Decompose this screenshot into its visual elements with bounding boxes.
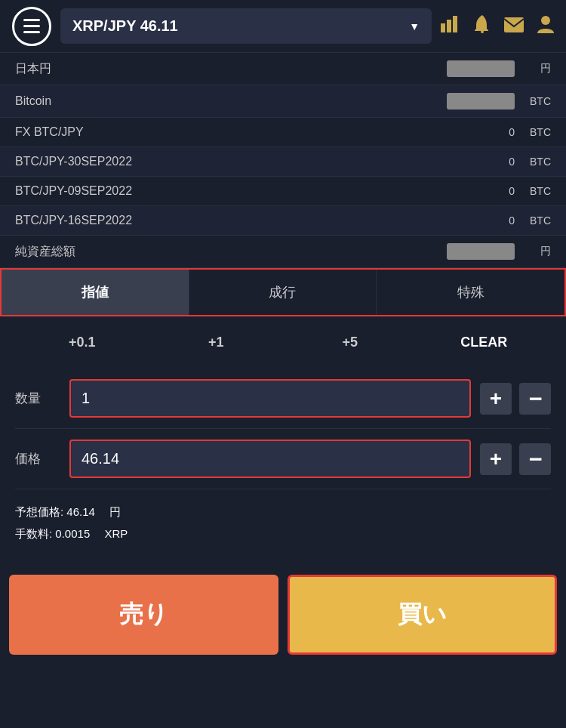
order-form: 数量 + － 価格 + － bbox=[0, 369, 566, 489]
balance-value-btc09sep: 0 BTC bbox=[484, 185, 551, 197]
price-minus-button[interactable]: － bbox=[519, 443, 551, 475]
user-icon[interactable] bbox=[537, 15, 554, 38]
pair-label: XRP/JPY 46.11 bbox=[72, 17, 178, 35]
quantity-input-wrapper bbox=[69, 379, 471, 418]
svg-rect-4 bbox=[504, 17, 524, 32]
balance-label-btc30sep: BTC/JPY-30SEP2022 bbox=[15, 155, 132, 168]
tab-limit[interactable]: 指値 bbox=[2, 270, 189, 315]
header-icons bbox=[441, 15, 554, 38]
balance-value-btc16sep: 0 BTC bbox=[484, 214, 551, 227]
balance-row-jpy: 日本円 円 bbox=[0, 53, 566, 85]
quantity-plus-button[interactable]: + bbox=[480, 383, 512, 415]
fee-unit: XRP bbox=[104, 527, 128, 540]
increment-row: +0.1 +1 +5 CLEAR bbox=[0, 316, 566, 369]
chevron-down-icon: ▼ bbox=[409, 20, 420, 32]
order-tabs: 指値 成行 特殊 bbox=[0, 268, 566, 316]
balance-row-btc: Bitcoin BTC bbox=[0, 85, 566, 118]
balance-row-net: 純資産総額 円 bbox=[0, 236, 566, 268]
clear-button[interactable]: CLEAR bbox=[417, 329, 552, 356]
balance-row-btc30sep: BTC/JPY-30SEP2022 0 BTC bbox=[0, 147, 566, 177]
quantity-minus-button[interactable]: － bbox=[519, 383, 551, 415]
balance-label-net: 純資産総額 bbox=[15, 244, 75, 260]
balance-value-net: 円 bbox=[447, 243, 551, 260]
balance-label-btc: Bitcoin bbox=[15, 94, 51, 108]
buy-button[interactable]: 買い bbox=[288, 575, 557, 655]
svg-rect-1 bbox=[447, 20, 451, 32]
increment-btn-1[interactable]: +1 bbox=[149, 329, 284, 356]
chart-icon[interactable] bbox=[441, 16, 460, 37]
balance-amount-fxbtc: 0 bbox=[484, 126, 515, 138]
balance-amount-net bbox=[447, 243, 515, 260]
mail-icon[interactable] bbox=[504, 16, 524, 37]
price-controls: + － bbox=[480, 443, 551, 475]
estimated-price-info: 予想価格: 46.14 円 bbox=[15, 501, 551, 523]
balance-row-btc16sep: BTC/JPY-16SEP2022 0 BTC bbox=[0, 206, 566, 236]
quantity-row: 数量 + － bbox=[15, 369, 551, 429]
menu-button[interactable] bbox=[12, 7, 51, 46]
balance-unit-btc16sep: BTC bbox=[521, 214, 551, 227]
balance-value-fxbtc: 0 BTC bbox=[484, 126, 551, 138]
tab-special[interactable]: 特殊 bbox=[377, 270, 564, 315]
balance-unit-btc09sep: BTC bbox=[521, 185, 551, 197]
header: XRP/JPY 46.11 ▼ bbox=[0, 0, 566, 53]
price-plus-button[interactable]: + bbox=[480, 443, 512, 475]
price-label: 価格 bbox=[15, 450, 60, 467]
balance-table: 日本円 円 Bitcoin BTC FX BTC/JPY 0 BTC BTC/J… bbox=[0, 53, 566, 268]
estimated-price-unit: 円 bbox=[109, 505, 121, 518]
balance-row-btc09sep: BTC/JPY-09SEP2022 0 BTC bbox=[0, 177, 566, 206]
balance-value-jpy: 円 bbox=[447, 60, 551, 77]
estimated-price-value: 46.14 bbox=[66, 505, 95, 518]
balance-label-btc09sep: BTC/JPY-09SEP2022 bbox=[15, 184, 132, 198]
increment-btn-5[interactable]: +5 bbox=[283, 329, 417, 356]
sell-button[interactable]: 売り bbox=[9, 575, 278, 655]
balance-unit-btc: BTC bbox=[521, 95, 551, 107]
order-info: 予想価格: 46.14 円 手数料: 0.0015 XRP bbox=[0, 489, 566, 557]
balance-value-btc30sep: 0 BTC bbox=[484, 156, 551, 168]
tab-market[interactable]: 成行 bbox=[189, 270, 377, 315]
price-row: 価格 + － bbox=[15, 429, 551, 489]
balance-unit-fxbtc: BTC bbox=[521, 126, 551, 138]
balance-label-btc16sep: BTC/JPY-16SEP2022 bbox=[15, 214, 132, 227]
balance-unit-net: 円 bbox=[521, 245, 551, 258]
balance-label-fxbtc: FX BTC/JPY bbox=[15, 125, 84, 139]
balance-amount-btc bbox=[447, 93, 515, 110]
quantity-label: 数量 bbox=[15, 390, 60, 407]
svg-rect-0 bbox=[441, 23, 445, 32]
price-input-wrapper bbox=[69, 440, 471, 478]
action-buttons: 売り 買い bbox=[0, 575, 566, 670]
fee-value: 0.0015 bbox=[55, 527, 90, 540]
fee-label: 手数料: bbox=[15, 527, 52, 540]
balance-unit-jpy: 円 bbox=[521, 62, 551, 76]
price-input[interactable] bbox=[71, 441, 469, 477]
svg-point-3 bbox=[481, 30, 484, 33]
increment-btn-01[interactable]: +0.1 bbox=[15, 329, 149, 356]
balance-amount-btc30sep: 0 bbox=[484, 156, 515, 168]
estimated-price-label: 予想価格: bbox=[15, 505, 63, 518]
bell-icon[interactable] bbox=[474, 15, 491, 38]
balance-amount-jpy bbox=[447, 60, 515, 77]
balance-row-fxbtc: FX BTC/JPY 0 BTC bbox=[0, 118, 566, 147]
fee-info: 手数料: 0.0015 XRP bbox=[15, 523, 551, 545]
quantity-input[interactable] bbox=[71, 381, 469, 416]
svg-point-5 bbox=[541, 16, 550, 25]
pair-selector[interactable]: XRP/JPY 46.11 ▼ bbox=[60, 8, 432, 44]
balance-label-jpy: 日本円 bbox=[15, 61, 51, 77]
balance-amount-btc09sep: 0 bbox=[484, 185, 515, 197]
balance-value-btc: BTC bbox=[447, 93, 551, 110]
balance-amount-btc16sep: 0 bbox=[484, 214, 515, 227]
svg-rect-2 bbox=[453, 16, 457, 32]
quantity-controls: + － bbox=[480, 383, 551, 415]
balance-unit-btc30sep: BTC bbox=[521, 156, 551, 168]
